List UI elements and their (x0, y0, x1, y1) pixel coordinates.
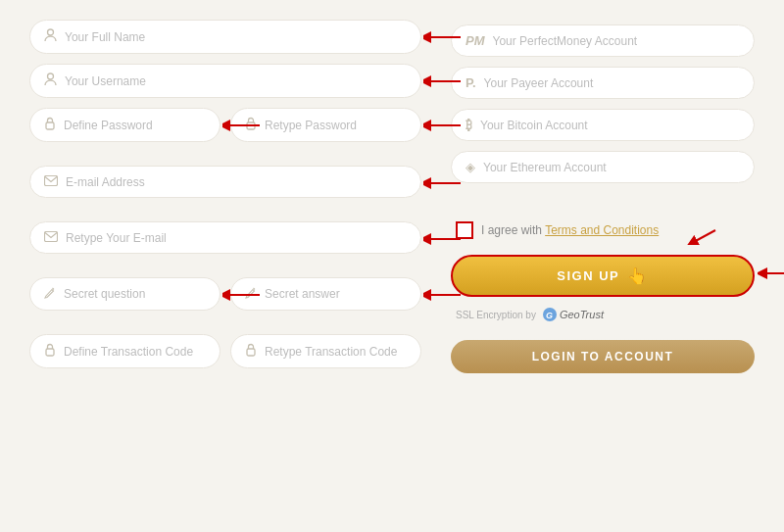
full-name-row (29, 20, 421, 54)
retype-transaction-input[interactable] (265, 345, 407, 359)
ssl-row: SSL Encryption by G GeoTrust (451, 307, 755, 322)
login-button[interactable]: LOGIN TO ACCOUNT (451, 340, 755, 373)
ssl-text: SSL Encryption by (456, 310, 536, 320)
secret-answer-wrapper (230, 277, 421, 311)
arrow-terms (668, 216, 717, 245)
ethereum-icon: ◈ (466, 160, 475, 174)
retype-email-row (29, 221, 421, 254)
payeer-icon: P. (466, 75, 476, 90)
svg-rect-14 (46, 349, 54, 356)
email-wrapper (29, 166, 421, 198)
perfectmoney-input[interactable] (493, 34, 741, 48)
arrow-signup (758, 260, 784, 287)
terms-row: I agree with Terms and Conditions (451, 216, 755, 245)
secret-question-input[interactable] (64, 287, 206, 301)
terms-checkbox[interactable] (456, 221, 473, 239)
ethereum-input[interactable] (483, 161, 740, 174)
signup-label: SIGN UP (557, 268, 619, 283)
secret-question-wrapper (29, 277, 220, 311)
spacer3 (29, 264, 421, 267)
bitcoin-icon: ₿ (466, 118, 472, 132)
full-name-input[interactable] (65, 30, 407, 44)
payeer-input[interactable] (484, 76, 740, 90)
lock4-icon (245, 343, 257, 360)
user-icon (44, 73, 57, 89)
email-icon (44, 174, 58, 189)
signup-button[interactable]: SIGN UP 👆 (451, 255, 755, 297)
retype-email-input[interactable] (66, 231, 407, 245)
svg-text:G: G (546, 311, 553, 320)
perfectmoney-icon: PM (466, 33, 485, 48)
terms-conditions-link[interactable]: Terms and Conditions (545, 223, 659, 237)
define-password-input[interactable] (64, 119, 206, 132)
left-column (29, 20, 421, 512)
lock-icon (44, 117, 56, 133)
retype-transaction-wrapper (230, 334, 421, 368)
username-wrapper (29, 64, 421, 98)
pencil2-icon (245, 286, 257, 302)
lock3-icon (44, 343, 56, 360)
spacer1 (29, 152, 421, 156)
terms-text: I agree with Terms and Conditions (481, 223, 659, 237)
login-label: LOGIN TO ACCOUNT (532, 350, 674, 363)
svg-point-2 (48, 73, 54, 79)
svg-rect-15 (247, 349, 255, 356)
email2-icon (44, 230, 58, 245)
svg-rect-4 (46, 122, 54, 129)
payeer-wrapper: P. (451, 67, 755, 99)
retype-password-input[interactable] (265, 119, 407, 132)
lock2-icon (245, 117, 257, 133)
geotrust-logo: G GeoTrust (542, 307, 604, 322)
perfectmoney-wrapper: PM (451, 24, 755, 57)
spacer-right (451, 193, 755, 201)
secret-row (29, 277, 421, 311)
pencil-icon (44, 286, 56, 302)
retype-email-wrapper (29, 221, 421, 254)
bitcoin-wrapper: ₿ (451, 109, 755, 141)
svg-rect-6 (247, 122, 255, 129)
username-row (29, 64, 421, 98)
geotrust-text: GeoTrust (560, 309, 604, 320)
define-transaction-wrapper (29, 334, 220, 368)
svg-line-16 (692, 230, 715, 243)
geotrust-icon: G (542, 307, 558, 322)
email-input[interactable] (66, 175, 407, 189)
registration-page: PM P. ₿ ◈ I agree with Terms and Conditi… (0, 0, 784, 532)
svg-point-0 (48, 29, 54, 35)
signup-row: SIGN UP 👆 (451, 255, 755, 297)
define-transaction-input[interactable] (64, 345, 206, 359)
full-name-wrapper (29, 20, 421, 54)
retype-password-wrapper (230, 108, 421, 142)
transaction-row (29, 334, 421, 368)
ethereum-wrapper: ◈ (451, 151, 755, 183)
spacer4 (29, 320, 421, 324)
spacer2 (29, 208, 421, 212)
finger-icon: 👆 (627, 266, 649, 285)
email-row (29, 166, 421, 198)
person-icon (44, 28, 57, 45)
right-column: PM P. ₿ ◈ I agree with Terms and Conditi… (451, 20, 755, 512)
password-row (29, 108, 421, 142)
secret-answer-input[interactable] (265, 287, 407, 301)
username-input[interactable] (65, 74, 407, 88)
bitcoin-input[interactable] (480, 119, 740, 132)
define-password-wrapper (29, 108, 220, 142)
